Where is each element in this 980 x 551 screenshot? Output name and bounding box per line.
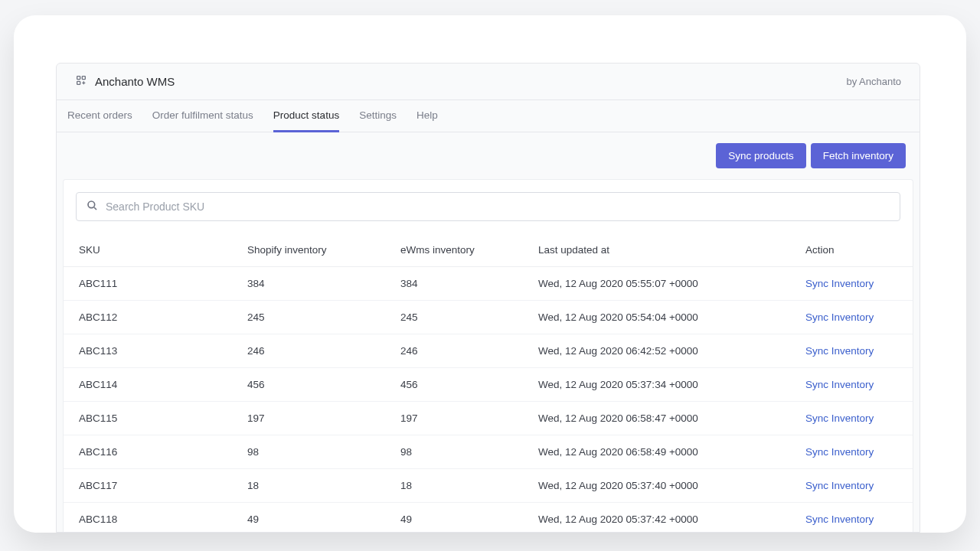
sync-products-button[interactable]: Sync products bbox=[716, 143, 806, 168]
cell-ewms: 98 bbox=[385, 435, 523, 469]
tabs: Recent ordersOrder fulfilment statusProd… bbox=[57, 100, 920, 132]
cell-shopify: 18 bbox=[232, 469, 385, 503]
col-action: Action bbox=[790, 233, 913, 267]
cell-ewms: 456 bbox=[385, 368, 523, 402]
col-updated: Last updated at bbox=[523, 233, 790, 267]
sync-inventory-link[interactable]: Sync Inventory bbox=[805, 278, 874, 289]
table-row: ABC114456456Wed, 12 Aug 2020 05:37:34 +0… bbox=[64, 368, 913, 402]
cell-ewms: 384 bbox=[385, 267, 523, 301]
search-input[interactable] bbox=[106, 201, 890, 213]
cell-shopify: 197 bbox=[232, 402, 385, 435]
cell-updated: Wed, 12 Aug 2020 05:37:40 +0000 bbox=[523, 469, 790, 503]
app-title: Anchanto WMS bbox=[95, 75, 175, 88]
sync-inventory-link[interactable]: Sync Inventory bbox=[805, 514, 874, 525]
sync-inventory-link[interactable]: Sync Inventory bbox=[805, 311, 874, 323]
tab-order-fulfilment-status[interactable]: Order fulfilment status bbox=[152, 100, 253, 132]
col-shopify: Shopify inventory bbox=[232, 233, 385, 267]
table-row: ABC1184949Wed, 12 Aug 2020 05:37:42 +000… bbox=[64, 503, 913, 533]
cell-shopify: 98 bbox=[232, 435, 385, 469]
sync-inventory-link[interactable]: Sync Inventory bbox=[805, 412, 874, 424]
tab-product-status[interactable]: Product status bbox=[273, 100, 339, 132]
svg-rect-2 bbox=[77, 81, 80, 84]
tab-recent-orders[interactable]: Recent orders bbox=[67, 100, 132, 132]
table-row: ABC112245245Wed, 12 Aug 2020 05:54:04 +0… bbox=[64, 301, 913, 334]
cell-shopify: 246 bbox=[232, 334, 385, 368]
cell-shopify: 245 bbox=[232, 301, 385, 334]
svg-point-3 bbox=[88, 201, 95, 208]
cell-ewms: 49 bbox=[385, 503, 523, 533]
col-sku: SKU bbox=[64, 233, 232, 267]
table-row: ABC115197197Wed, 12 Aug 2020 06:58:47 +0… bbox=[64, 402, 913, 435]
cell-shopify: 456 bbox=[232, 368, 385, 402]
byline: by Anchanto bbox=[846, 76, 901, 87]
title-bar: Anchanto WMS by Anchanto bbox=[57, 64, 920, 100]
cell-sku: ABC116 bbox=[64, 435, 232, 469]
cell-shopify: 384 bbox=[232, 267, 385, 301]
svg-rect-0 bbox=[77, 77, 80, 80]
cell-sku: ABC114 bbox=[64, 368, 232, 402]
cell-sku: ABC115 bbox=[64, 402, 232, 435]
cell-sku: ABC112 bbox=[64, 301, 232, 334]
fetch-inventory-button[interactable]: Fetch inventory bbox=[811, 143, 906, 168]
table-row: ABC1171818Wed, 12 Aug 2020 05:37:40 +000… bbox=[64, 469, 913, 503]
cell-updated: Wed, 12 Aug 2020 06:58:49 +0000 bbox=[523, 435, 790, 469]
cell-ewms: 197 bbox=[385, 402, 523, 435]
cell-updated: Wed, 12 Aug 2020 05:54:04 +0000 bbox=[523, 301, 790, 334]
sync-inventory-link[interactable]: Sync Inventory bbox=[805, 446, 874, 458]
cell-updated: Wed, 12 Aug 2020 05:55:07 +0000 bbox=[523, 267, 790, 301]
tab-settings[interactable]: Settings bbox=[359, 100, 397, 132]
action-bar: Sync products Fetch inventory bbox=[57, 132, 920, 179]
cell-updated: Wed, 12 Aug 2020 05:37:42 +0000 bbox=[523, 503, 790, 533]
sync-inventory-link[interactable]: Sync Inventory bbox=[805, 480, 874, 491]
cell-ewms: 245 bbox=[385, 301, 523, 334]
table-row: ABC111384384Wed, 12 Aug 2020 05:55:07 +0… bbox=[64, 267, 913, 301]
cell-ewms: 18 bbox=[385, 469, 523, 503]
cell-ewms: 246 bbox=[385, 334, 523, 368]
cell-shopify: 49 bbox=[232, 503, 385, 533]
svg-line-4 bbox=[94, 207, 96, 210]
cell-updated: Wed, 12 Aug 2020 06:58:47 +0000 bbox=[523, 402, 790, 435]
cell-sku: ABC113 bbox=[64, 334, 232, 368]
svg-rect-1 bbox=[82, 77, 85, 80]
col-ewms: eWms inventory bbox=[385, 233, 523, 267]
table-row: ABC1169898Wed, 12 Aug 2020 06:58:49 +000… bbox=[64, 435, 913, 469]
app-icon bbox=[75, 74, 87, 89]
cell-updated: Wed, 12 Aug 2020 05:37:34 +0000 bbox=[523, 368, 790, 402]
product-table: SKU Shopify inventory eWms inventory Las… bbox=[64, 233, 913, 533]
cell-updated: Wed, 12 Aug 2020 06:42:52 +0000 bbox=[523, 334, 790, 368]
cell-sku: ABC117 bbox=[64, 469, 232, 503]
search-box[interactable] bbox=[76, 192, 900, 221]
table-row: ABC113246246Wed, 12 Aug 2020 06:42:52 +0… bbox=[64, 334, 913, 368]
tab-help[interactable]: Help bbox=[416, 100, 438, 132]
sync-inventory-link[interactable]: Sync Inventory bbox=[805, 379, 874, 390]
sync-inventory-link[interactable]: Sync Inventory bbox=[805, 345, 874, 357]
cell-sku: ABC111 bbox=[64, 267, 232, 301]
search-icon bbox=[86, 199, 98, 214]
cell-sku: ABC118 bbox=[64, 503, 232, 533]
